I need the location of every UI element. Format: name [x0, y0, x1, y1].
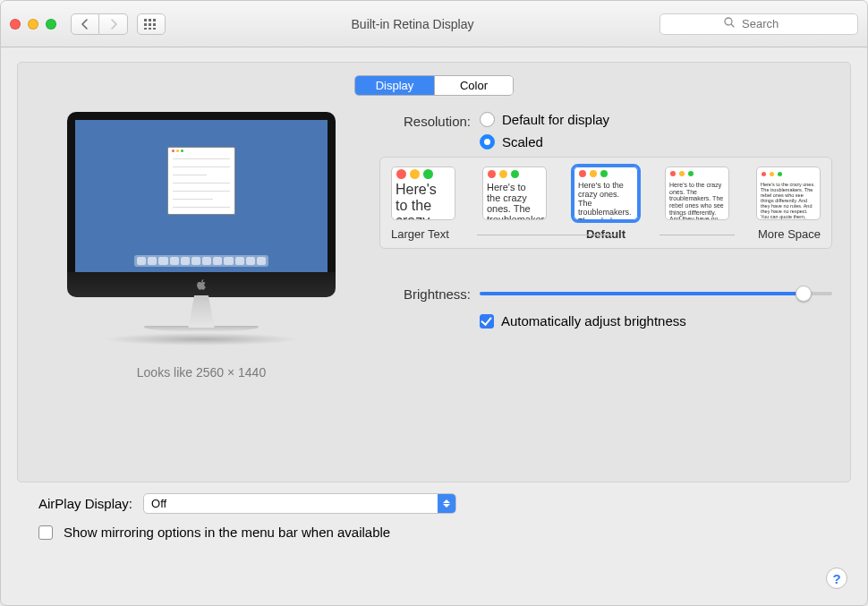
- auto-brightness-label: Automatically adjust brightness: [501, 313, 686, 329]
- settings-right-column: Resolution: Default for display Scaled H…: [379, 112, 832, 380]
- airplay-value: Off: [151, 497, 166, 510]
- resolution-default-label: Default for display: [502, 112, 609, 127]
- zoom-button[interactable]: [46, 19, 56, 30]
- mirroring-checkbox[interactable]: [38, 525, 53, 540]
- help-button[interactable]: ?: [826, 568, 847, 589]
- resolution-scale-picker: Here's to the crazy ones. The troublemak…: [379, 157, 832, 249]
- svg-rect-2: [153, 19, 156, 21]
- scale-option-4[interactable]: Here's to the crazy ones. The troublemak…: [756, 166, 821, 220]
- preview-sample-window: [167, 147, 235, 215]
- scale-label-larger: Larger Text: [391, 227, 473, 241]
- show-all-button[interactable]: [137, 13, 166, 35]
- resolution-label: Resolution:: [379, 112, 480, 129]
- svg-rect-0: [144, 19, 147, 21]
- brightness-label: Brightness:: [379, 286, 480, 302]
- scale-label-more: More Space: [738, 227, 821, 241]
- window-title: Built-in Retina Display: [174, 17, 651, 31]
- tab-bar: Display Color: [36, 75, 832, 96]
- scale-option-2[interactable]: Here's to the crazy ones. The troublemak…: [574, 166, 638, 220]
- apple-logo-icon: [67, 272, 336, 297]
- airplay-label: AirPlay Display:: [38, 496, 132, 511]
- resolution-default-radio[interactable]: Default for display: [480, 112, 609, 127]
- back-button[interactable]: [71, 13, 99, 35]
- resolution-scaled-label: Scaled: [502, 134, 543, 149]
- settings-panel: Display Color: [17, 62, 851, 482]
- window-toolbar: Built-in Retina Display: [1, 1, 867, 47]
- tab-display[interactable]: Display: [355, 76, 434, 95]
- minimize-button[interactable]: [28, 19, 38, 30]
- preferences-window: Built-in Retina Display Display Color: [0, 0, 868, 606]
- search-input[interactable]: [740, 16, 794, 31]
- scale-option-0[interactable]: Here's to the crazy ones. The troublemak…: [391, 166, 455, 220]
- svg-rect-6: [144, 28, 147, 30]
- display-preview-screen: [75, 120, 328, 272]
- chevron-updown-icon: [438, 494, 455, 513]
- forward-button[interactable]: [99, 13, 128, 35]
- svg-rect-8: [153, 28, 156, 30]
- mirroring-label: Show mirroring options in the menu bar w…: [64, 525, 390, 540]
- looks-like-label: Looks like 2560 × 1440: [137, 365, 266, 380]
- svg-rect-4: [149, 23, 151, 26]
- svg-rect-3: [144, 23, 147, 26]
- scale-label-default: Default: [473, 227, 738, 241]
- nav-buttons: [71, 13, 128, 35]
- window-controls: [10, 19, 56, 30]
- scale-option-3[interactable]: Here's to the crazy ones. The troublemak…: [665, 166, 729, 220]
- tab-color[interactable]: Color: [434, 76, 513, 95]
- preview-dock: [134, 255, 268, 267]
- svg-rect-7: [149, 28, 151, 30]
- display-preview: Looks like 2560 × 1440: [36, 112, 367, 380]
- auto-brightness-checkbox[interactable]: [480, 314, 494, 329]
- close-button[interactable]: [10, 19, 21, 30]
- brightness-slider[interactable]: [480, 285, 832, 303]
- svg-line-10: [731, 24, 734, 27]
- airplay-select[interactable]: Off: [143, 493, 456, 514]
- search-icon: [724, 17, 735, 30]
- resolution-scaled-radio[interactable]: Scaled: [480, 134, 609, 149]
- svg-rect-1: [149, 19, 151, 21]
- window-content: Display Color: [1, 47, 867, 559]
- scale-option-1[interactable]: Here's to the crazy ones. The troublemak…: [482, 166, 547, 220]
- bottom-controls: AirPlay Display: Off Show mirroring opti…: [17, 482, 851, 540]
- search-field[interactable]: [660, 13, 858, 35]
- svg-rect-5: [153, 23, 156, 26]
